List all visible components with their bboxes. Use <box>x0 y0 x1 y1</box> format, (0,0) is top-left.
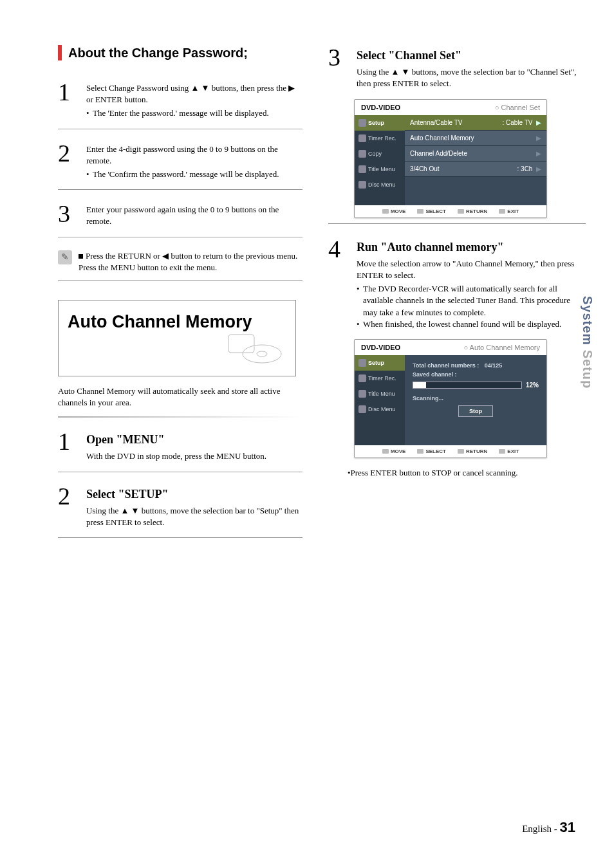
svg-rect-2 <box>228 335 254 353</box>
step-text: Select Change Password using ▲ ▼ buttons… <box>86 83 295 104</box>
step-bullet: The 'Confirm the password.' message will… <box>86 169 302 180</box>
step-body: Enter your password again using the 0 to… <box>86 201 302 227</box>
step-title: Run "Auto channel memory" <box>357 239 586 255</box>
osd-foot-return: RETURN <box>458 208 487 214</box>
page-content: About the Change Password; 1 Select Chan… <box>58 45 588 549</box>
clock-icon <box>358 134 366 142</box>
osd-sidebar-timer: Timer Rec. <box>355 371 405 386</box>
chevron-right-icon: ▶ <box>536 165 541 172</box>
divider <box>58 280 302 281</box>
osd-header: DVD-VIDEO ○ Channel Set <box>355 100 546 115</box>
divider <box>58 237 302 237</box>
disc-art-icon <box>68 328 286 369</box>
divider <box>58 537 302 538</box>
footer-lang: English - <box>522 824 559 834</box>
osd-row-antenna: Antenna/Cable TV: Cable TV ▶ <box>405 115 546 131</box>
left-column: About the Change Password; 1 Select Chan… <box>58 45 302 549</box>
osd-sidebar: Setup Timer Rec. Title Menu Disc Menu <box>355 355 405 445</box>
step-number: 3 <box>328 45 348 90</box>
chevron-right-icon: ▶ <box>536 134 541 142</box>
step-body: Run "Auto channel memory" Move the selec… <box>357 237 586 330</box>
chevron-right-icon: ▶ <box>536 119 541 126</box>
progress-percent: 12% <box>526 382 539 389</box>
step-number: 1 <box>58 80 77 120</box>
osd-body: Setup Timer Rec. Title Menu Disc Menu To… <box>355 355 546 445</box>
osd-head-left: DVD-VIDEO <box>361 344 400 351</box>
note-box: ✎ Press the RETURN or ◀ button to return… <box>58 250 302 273</box>
step-bullet: When finished, the lowest channel found … <box>357 319 586 330</box>
osd-footer: MOVE SELECT RETURN EXIT <box>355 445 546 457</box>
osd-scan-panel: Total channel numbers : 04/125 Saved cha… <box>405 355 546 445</box>
osd-sidebar-title: Title Menu <box>355 162 405 177</box>
osd-auto-channel: DVD-VIDEO ○ Auto Channel Memory Setup Ti… <box>354 339 547 458</box>
divider <box>58 129 302 129</box>
step-2: 2 Enter the 4-digit password using the 0… <box>58 141 302 181</box>
osd-sidebar: Setup Timer Rec. Copy Title Menu Disc Me… <box>355 115 405 205</box>
right-column: 3 Select "Channel Set" Using the ▲ ▼ but… <box>328 45 586 549</box>
svg-point-1 <box>257 351 267 356</box>
progress-fill <box>413 382 426 388</box>
step-text: Move the selection arrow to "Auto Channe… <box>357 259 574 280</box>
step-title: Select "Channel Set" <box>357 48 586 64</box>
after-note: •Press ENTER button to STOP or cancel sc… <box>348 467 586 479</box>
right-step-3: 3 Select "Channel Set" Using the ▲ ▼ but… <box>328 45 586 90</box>
step-number: 2 <box>58 484 77 529</box>
gradient-divider <box>58 416 302 418</box>
step-body: Select Change Password using ▲ ▼ buttons… <box>86 80 302 120</box>
chevron-right-icon: ▶ <box>536 150 541 157</box>
feature-box: Auto Channel Memory <box>58 300 296 376</box>
osd-foot-move: MOVE <box>382 208 406 214</box>
title-icon <box>358 390 366 398</box>
scanning-label: Scanning... <box>413 395 539 402</box>
open-step-2: 2 Select "SETUP" Using the ▲ ▼ buttons, … <box>58 484 302 529</box>
osd-sidebar-setup: Setup <box>355 355 405 371</box>
clock-icon <box>358 374 366 382</box>
step-body: Open "MENU" With the DVD in stop mode, p… <box>86 429 302 462</box>
step-bullet: The DVD Recorder-VCR will automatically … <box>357 283 586 319</box>
step-title: Select "SETUP" <box>86 486 302 503</box>
osd-foot-return: RETURN <box>458 448 487 454</box>
copy-icon <box>358 150 366 158</box>
osd-row-auto-memory: Auto Channel Memory▶ <box>405 131 546 146</box>
page-footer: English - 31 <box>522 819 575 836</box>
disc-icon <box>358 405 366 413</box>
osd-channel-set: DVD-VIDEO ○ Channel Set Setup Timer Rec.… <box>354 99 547 218</box>
red-bar-icon <box>58 45 62 60</box>
right-step-4: 4 Run "Auto channel memory" Move the sel… <box>328 237 586 330</box>
osd-row-34ch: 3/4Ch Out: 3Ch ▶ <box>405 162 546 177</box>
note-icon: ✎ <box>58 250 72 264</box>
osd-head-right: ○ Auto Channel Memory <box>463 344 540 351</box>
divider <box>328 223 586 224</box>
step-body: Select "SETUP" Using the ▲ ▼ buttons, mo… <box>86 484 302 529</box>
page-number: 31 <box>560 819 575 835</box>
step-bullet: The 'Enter the password.' message will b… <box>86 107 302 119</box>
osd-main: Antenna/Cable TV: Cable TV ▶ Auto Channe… <box>405 115 546 205</box>
osd-head-right: ○ Channel Set <box>495 104 540 111</box>
osd-sidebar-disc: Disc Menu <box>355 402 405 417</box>
osd-sidebar-disc: Disc Menu <box>355 177 405 192</box>
step-title: Open "MENU" <box>86 432 302 448</box>
step-text: Enter your password again using the 0 to… <box>86 205 279 226</box>
osd-foot-select: SELECT <box>417 208 446 214</box>
osd-head-left: DVD-VIDEO <box>361 104 400 111</box>
osd-sidebar-title: Title Menu <box>355 386 405 402</box>
title-icon <box>358 165 366 173</box>
divider <box>58 472 302 472</box>
osd-foot-move: MOVE <box>382 448 406 454</box>
osd-foot-exit: EXIT <box>499 208 519 214</box>
step-number: 1 <box>58 429 77 462</box>
divider <box>58 189 302 190</box>
osd-sidebar-timer: Timer Rec. <box>355 131 405 146</box>
disc-icon <box>358 181 366 189</box>
step-text: Using the ▲ ▼ buttons, move the selectio… <box>357 67 576 88</box>
osd-footer: MOVE SELECT RETURN EXIT <box>355 205 546 217</box>
step-number: 4 <box>328 237 348 330</box>
step-3: 3 Enter your password again using the 0 … <box>58 201 302 227</box>
osd-sidebar-setup: Setup <box>355 115 405 131</box>
osd-saved-label: Saved channel : <box>413 371 539 378</box>
step-body: Enter the 4-digit password using the 0 t… <box>86 141 302 181</box>
square-bullet-icon <box>79 254 83 259</box>
section-title: About the Change Password; <box>68 46 248 60</box>
osd-row-add-delete: Channel Add/Delete▶ <box>405 146 546 162</box>
section-header: About the Change Password; <box>58 45 302 60</box>
